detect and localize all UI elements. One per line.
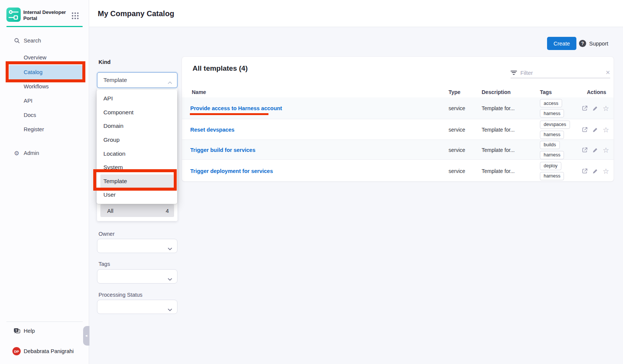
tags-cell: access harness bbox=[540, 99, 564, 118]
kind-option-template[interactable]: Template bbox=[100, 174, 173, 188]
table-row: Trigger build for services service Templ… bbox=[182, 140, 614, 160]
actions-cell: ☆ bbox=[582, 126, 609, 133]
count-label: All bbox=[107, 208, 114, 214]
clear-filter-icon[interactable]: ✕ bbox=[605, 69, 610, 76]
tag-chip: deploy bbox=[540, 162, 561, 170]
brand-divider bbox=[6, 26, 83, 27]
user-name: Debabrata Panigrahi bbox=[24, 348, 74, 354]
user-avatar[interactable]: DP bbox=[12, 347, 21, 355]
star-icon[interactable]: ☆ bbox=[603, 147, 609, 153]
edit-icon[interactable] bbox=[592, 105, 599, 112]
kind-filter-label: Kind bbox=[99, 59, 111, 65]
app-title: Internal Developer Portal bbox=[23, 9, 68, 21]
search-icon bbox=[14, 38, 20, 44]
kind-select[interactable]: Template bbox=[97, 72, 177, 88]
filter-icon bbox=[511, 71, 517, 75]
create-button[interactable]: Create bbox=[547, 37, 576, 50]
table-header-row: Name Type Description Tags Actions bbox=[182, 89, 614, 97]
kind-dropdown-menu: API Component Domain Group Location Syst… bbox=[97, 90, 177, 204]
table-title: All templates (4) bbox=[193, 64, 248, 73]
page-title: My Company Catalog bbox=[98, 9, 174, 18]
chevron-down-icon bbox=[168, 306, 172, 313]
collapse-arrow-icon: ◀ bbox=[85, 334, 87, 337]
tags-cell: devspaces harness bbox=[540, 120, 570, 139]
kind-option-system[interactable]: System bbox=[97, 161, 177, 174]
processing-status-filter-label: Processing Status bbox=[99, 292, 142, 298]
kind-option-location[interactable]: Location bbox=[97, 147, 177, 161]
help-chat-icon: ? bbox=[13, 328, 21, 335]
sidebar-item-docs[interactable]: Docs bbox=[0, 108, 89, 122]
tag-chip: devspaces bbox=[540, 120, 570, 129]
templates-table-card: All templates (4) ✕ Name Type Descriptio… bbox=[182, 56, 614, 182]
kind-option-user[interactable]: User bbox=[97, 188, 177, 202]
template-link[interactable]: Trigger build for services bbox=[190, 147, 255, 153]
owner-select[interactable] bbox=[97, 239, 177, 253]
app-logo-icon bbox=[6, 8, 21, 22]
sidebar-item-admin[interactable]: ⚙ Admin bbox=[0, 147, 89, 159]
tags-cell: deploy harness bbox=[540, 162, 564, 180]
actions-cell: ☆ bbox=[582, 105, 609, 112]
sidebar: Internal Developer Portal Search Overvie… bbox=[0, 0, 89, 364]
tags-cell: builds harness bbox=[540, 141, 564, 159]
sidebar-item-overview[interactable]: Overview bbox=[0, 50, 89, 65]
gear-icon: ⚙ bbox=[14, 150, 19, 157]
table-filter: ✕ bbox=[511, 67, 610, 78]
sidebar-item-catalog[interactable]: Catalog bbox=[9, 65, 82, 79]
kind-option-domain[interactable]: Domain bbox=[97, 119, 177, 133]
open-in-new-icon[interactable] bbox=[582, 147, 588, 153]
open-in-new-icon[interactable] bbox=[582, 126, 588, 133]
kind-select-value: Template bbox=[103, 77, 127, 83]
table-row: Provide access to Harness account servic… bbox=[182, 97, 614, 119]
sidebar-item-workflows[interactable]: Workflows bbox=[0, 79, 89, 94]
star-icon[interactable]: ☆ bbox=[603, 126, 609, 133]
table-row: Reset devspaces service Template for... … bbox=[182, 119, 614, 140]
open-in-new-icon[interactable] bbox=[582, 105, 588, 112]
app-window: Internal Developer Portal Search Overvie… bbox=[0, 0, 623, 364]
kind-count-all-row[interactable]: All 4 bbox=[100, 204, 174, 217]
tag-chip: harness bbox=[540, 172, 564, 180]
sidebar-item-api[interactable]: API bbox=[0, 94, 89, 108]
tags-filter-label: Tags bbox=[99, 261, 110, 267]
tag-chip: access bbox=[540, 99, 562, 108]
template-link[interactable]: Trigger deployment for services bbox=[190, 168, 273, 174]
kind-option-api[interactable]: API bbox=[97, 92, 177, 106]
template-link[interactable]: Reset devspaces bbox=[190, 127, 235, 133]
edit-icon[interactable] bbox=[592, 168, 599, 174]
svg-text:?: ? bbox=[15, 328, 17, 332]
kind-option-component[interactable]: Component bbox=[97, 106, 177, 120]
kind-option-group[interactable]: Group bbox=[97, 133, 177, 147]
table-row: Trigger deployment for services service … bbox=[182, 160, 614, 182]
actions-cell: ☆ bbox=[582, 147, 609, 153]
page-header: My Company Catalog bbox=[89, 0, 623, 27]
support-button[interactable]: ? Support bbox=[579, 37, 608, 50]
tag-chip: harness bbox=[540, 151, 564, 159]
star-icon[interactable]: ☆ bbox=[603, 168, 609, 174]
sidebar-collapse-handle[interactable]: ◀ bbox=[83, 326, 89, 346]
tag-chip: builds bbox=[540, 141, 560, 149]
star-icon[interactable]: ☆ bbox=[603, 105, 609, 112]
processing-status-select[interactable] bbox=[97, 300, 177, 314]
table-filter-input[interactable] bbox=[520, 70, 602, 76]
chevron-down-icon bbox=[168, 276, 172, 282]
tags-select[interactable] bbox=[97, 269, 177, 284]
tag-chip: harness bbox=[540, 109, 564, 118]
sidebar-divider bbox=[6, 322, 83, 322]
question-icon: ? bbox=[579, 40, 586, 47]
owner-filter-label: Owner bbox=[99, 231, 115, 237]
sidebar-item-register[interactable]: Register bbox=[0, 122, 89, 136]
open-in-new-icon[interactable] bbox=[582, 168, 588, 174]
edit-icon[interactable] bbox=[592, 147, 599, 153]
count-value: 4 bbox=[166, 208, 169, 214]
tag-chip: harness bbox=[540, 130, 564, 139]
edit-icon[interactable] bbox=[592, 126, 599, 133]
actions-cell: ☆ bbox=[582, 168, 609, 174]
apps-grid-icon[interactable] bbox=[71, 12, 79, 20]
template-link[interactable]: Provide access to Harness account bbox=[190, 105, 282, 111]
sidebar-item-help[interactable]: ? Help bbox=[0, 325, 89, 337]
chevron-up-icon bbox=[168, 79, 172, 86]
sidebar-item-search[interactable]: Search bbox=[0, 34, 89, 47]
search-label: Search bbox=[24, 38, 41, 44]
chevron-down-icon bbox=[168, 245, 172, 252]
